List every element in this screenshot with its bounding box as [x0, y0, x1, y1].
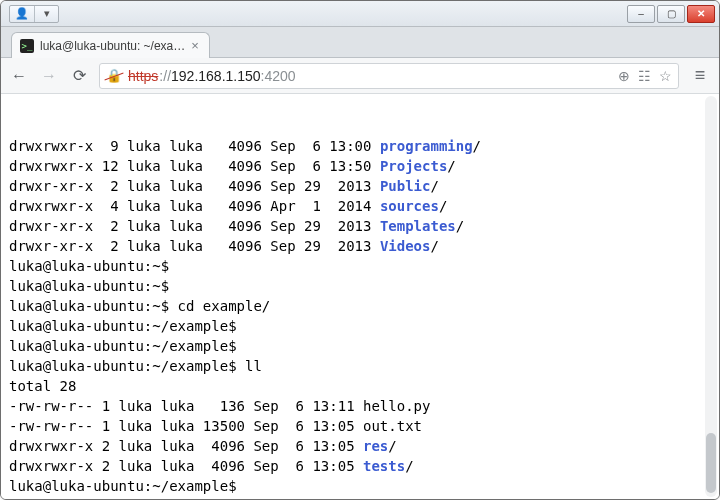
user-icon: 👤 — [10, 6, 34, 22]
address-bar[interactable]: 🔒 https://192.168.1.150:4200 ⊕ ☷ ☆ — [99, 63, 679, 89]
hamburger-menu-button[interactable]: ≡ — [689, 65, 711, 86]
terminal-line: drwxrwxr-x 2 luka luka 4096 Sep 6 13:05 … — [9, 456, 719, 476]
terminal-line: drwxr-xr-x 2 luka luka 4096 Sep 29 2013 … — [9, 216, 719, 236]
terminal-line: -rw-rw-r-- 1 luka luka 136 Sep 6 13:11 h… — [9, 396, 719, 416]
forward-button[interactable]: → — [39, 66, 59, 86]
browser-toolbar: ← → ⟳ 🔒 https://192.168.1.150:4200 ⊕ ☷ ☆… — [1, 58, 719, 94]
scrollbar[interactable] — [705, 96, 717, 497]
insecure-lock-icon: 🔒 — [106, 68, 122, 83]
terminal-line: drwxrwxr-x 2 luka luka 4096 Sep 6 13:05 … — [9, 436, 719, 456]
window-close-button[interactable]: ✕ — [687, 5, 715, 23]
tab-close-icon[interactable]: × — [191, 39, 199, 52]
zoom-icon[interactable]: ⊕ — [618, 68, 630, 84]
terminal-line: drwxrwxr-x 12 luka luka 4096 Sep 6 13:50… — [9, 156, 719, 176]
reload-button[interactable]: ⟳ — [69, 66, 89, 86]
chevron-down-icon: ▾ — [34, 6, 58, 22]
terminal-favicon-icon: >_ — [20, 39, 34, 53]
terminal-line: luka@luka-ubuntu:~/example$ — [9, 336, 719, 356]
terminal-line: luka@luka-ubuntu:~/example$ — [9, 476, 719, 496]
url-port: :4200 — [261, 68, 296, 84]
terminal-line: total 28 — [9, 376, 719, 396]
terminal-line: drwxr-xr-x 2 luka luka 4096 Sep 29 2013 … — [9, 236, 719, 256]
window-maximize-button[interactable]: ▢ — [657, 5, 685, 23]
translate-icon[interactable]: ☷ — [638, 68, 651, 84]
terminal-line: luka@luka-ubuntu:~$ — [9, 256, 719, 276]
tab-strip: >_ luka@luka-ubuntu: ~/exa… × — [1, 27, 719, 58]
terminal-line: -rw-rw-r-- 1 luka luka 13500 Sep 6 13:05… — [9, 416, 719, 436]
browser-window: 👤 ▾ – ▢ ✕ >_ luka@luka-ubuntu: ~/exa… × … — [0, 0, 720, 500]
terminal-line: luka@luka-ubuntu:~/example$ — [9, 316, 719, 336]
terminal-line: luka@luka-ubuntu:~/example$ — [9, 496, 719, 499]
terminal-viewport[interactable]: drwxrwxr-x 9 luka luka 4096 Sep 6 13:00 … — [1, 94, 719, 499]
terminal-line: luka@luka-ubuntu:~$ — [9, 276, 719, 296]
terminal-line: luka@luka-ubuntu:~/example$ ll — [9, 356, 719, 376]
terminal-line: luka@luka-ubuntu:~$ cd example/ — [9, 296, 719, 316]
back-button[interactable]: ← — [9, 66, 29, 86]
tab-active[interactable]: >_ luka@luka-ubuntu: ~/exa… × — [11, 32, 210, 58]
window-minimize-button[interactable]: – — [627, 5, 655, 23]
window-titlebar: 👤 ▾ – ▢ ✕ — [1, 1, 719, 27]
terminal-line: drwxr-xr-x 2 luka luka 4096 Sep 29 2013 … — [9, 176, 719, 196]
terminal-line: drwxrwxr-x 9 luka luka 4096 Sep 6 13:00 … — [9, 136, 719, 156]
url-scheme-sep: :// — [159, 68, 171, 84]
scrollbar-thumb[interactable] — [706, 433, 716, 493]
tab-title: luka@luka-ubuntu: ~/exa… — [40, 39, 185, 53]
url-scheme: https — [128, 68, 158, 84]
terminal-line: drwxrwxr-x 4 luka luka 4096 Apr 1 2014 s… — [9, 196, 719, 216]
window-user-switcher[interactable]: 👤 ▾ — [9, 5, 59, 23]
url-host: 192.168.1.150 — [171, 68, 261, 84]
bookmark-star-icon[interactable]: ☆ — [659, 68, 672, 84]
